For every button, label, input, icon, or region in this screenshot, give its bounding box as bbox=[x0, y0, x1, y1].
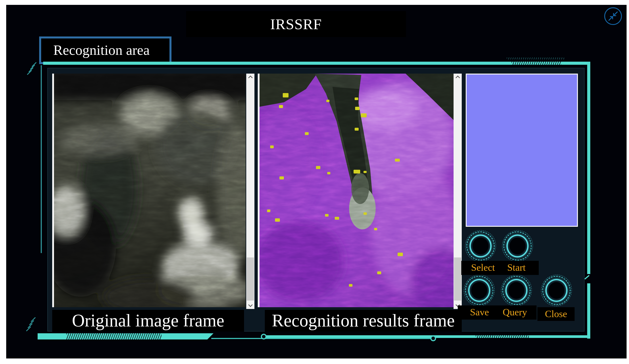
frame-top-hatching-faint bbox=[507, 57, 564, 59]
app-window: IRSSRF Recognition area bbox=[6, 5, 627, 359]
scroll-down-button[interactable] bbox=[246, 302, 254, 309]
select-button-label[interactable]: Select bbox=[468, 261, 498, 275]
recognition-area-label-text: Recognition area bbox=[41, 38, 169, 62]
scrollbar-thumb[interactable] bbox=[247, 258, 254, 301]
start-knob-button[interactable] bbox=[503, 231, 532, 261]
close-button-label[interactable]: Close bbox=[537, 307, 575, 321]
frame-top-hatching bbox=[511, 62, 562, 65]
query-knob-button[interactable] bbox=[501, 275, 531, 306]
row2-label-bar: Save Query bbox=[458, 305, 536, 320]
frame-bottom-left-bar bbox=[38, 333, 213, 340]
select-knob-button[interactable] bbox=[466, 231, 495, 261]
frame-bottom-thin-line bbox=[211, 338, 435, 339]
original-image-viewer bbox=[54, 74, 246, 307]
title-bar: IRSSRF bbox=[186, 11, 406, 37]
frame-top-edge bbox=[43, 62, 590, 65]
close-knob-button[interactable] bbox=[542, 275, 571, 306]
scroll-up-button[interactable] bbox=[454, 74, 462, 81]
save-button-label[interactable]: Save bbox=[464, 305, 495, 320]
close-label-bar: Close bbox=[537, 307, 575, 321]
frame-bottom-edge bbox=[265, 335, 587, 338]
app-title: IRSSRF bbox=[186, 11, 406, 37]
original-image-left-border bbox=[52, 74, 54, 307]
results-image-caption: Recognition results frame bbox=[265, 310, 462, 332]
frame-bottom-hatching bbox=[66, 333, 161, 340]
scrollbar-thumb[interactable] bbox=[454, 258, 461, 301]
row1-label-bar: Select Start bbox=[461, 261, 539, 275]
chevron-down-icon bbox=[248, 303, 253, 307]
scroll-up-button[interactable] bbox=[246, 74, 254, 81]
screenshot-page: IRSSRF Recognition area bbox=[0, 0, 629, 364]
recognition-area-label: Recognition area bbox=[39, 36, 171, 64]
start-button-label[interactable]: Start bbox=[502, 261, 531, 275]
frame-node-ring-left bbox=[261, 334, 267, 340]
frame-node-ring-right bbox=[430, 336, 436, 341]
collapse-arrows-icon[interactable] bbox=[604, 7, 623, 26]
results-image-viewer bbox=[260, 74, 454, 307]
chevron-up-icon bbox=[456, 76, 460, 80]
original-image bbox=[54, 74, 246, 307]
results-image-left-border bbox=[258, 74, 260, 307]
frame-left-edge bbox=[41, 65, 42, 253]
original-image-scrollbar[interactable] bbox=[246, 74, 254, 309]
save-knob-button[interactable] bbox=[465, 275, 494, 306]
results-image bbox=[260, 74, 454, 307]
original-image-caption: Original image frame bbox=[52, 310, 244, 332]
frame-bottom-right-hatching bbox=[476, 335, 529, 338]
preview-list-panel bbox=[466, 74, 578, 227]
results-image-scrollbar[interactable] bbox=[454, 74, 462, 309]
chevron-up-icon bbox=[248, 76, 253, 80]
frame-right-edge bbox=[587, 62, 590, 339]
query-button-label[interactable]: Query bbox=[497, 305, 533, 320]
